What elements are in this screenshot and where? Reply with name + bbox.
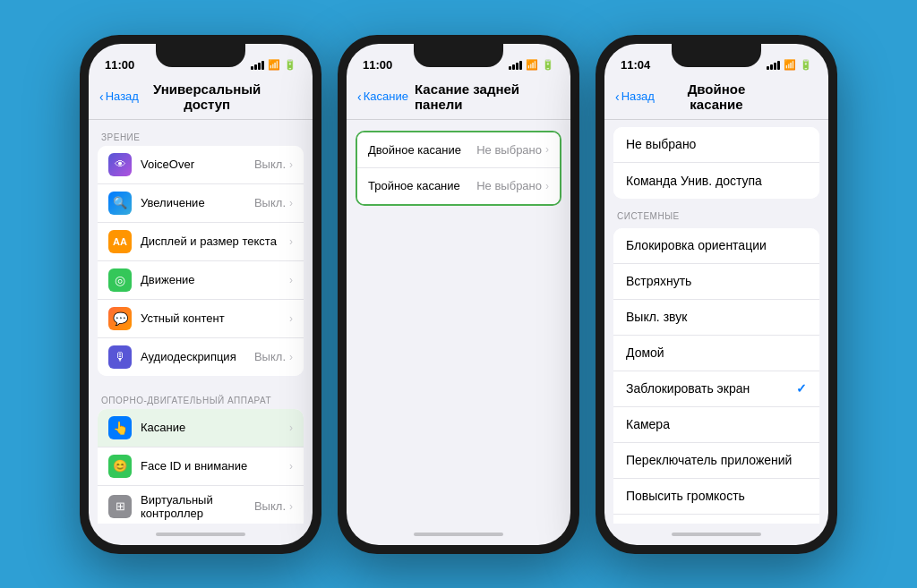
triple-tap-item[interactable]: Тройное касание Не выбрано › bbox=[357, 168, 560, 204]
item-label: Face ID и внимание bbox=[141, 459, 289, 473]
shake-item[interactable]: Встряхнуть bbox=[613, 264, 819, 300]
double-tap-item[interactable]: Двойное касание Не выбрано › bbox=[357, 132, 560, 168]
signal-bars-3 bbox=[767, 61, 780, 70]
signal-bars-1 bbox=[251, 61, 264, 70]
list-group-vision: 👁 VoiceOver Выкл. › 🔍 Увеличение Выкл. ›… bbox=[98, 146, 304, 376]
zoom-icon: 🔍 bbox=[108, 192, 132, 215]
lock-screen-item[interactable]: Заблокировать экран ✓ bbox=[613, 371, 819, 407]
access-command-item[interactable]: Команда Унив. доступа bbox=[613, 163, 819, 199]
back-label-2: Касание bbox=[364, 89, 408, 103]
status-time-3: 11:04 bbox=[621, 58, 650, 72]
list-item[interactable]: 🔍 Увеличение Выкл. › bbox=[98, 184, 304, 223]
mute-label: Выкл. звук bbox=[626, 310, 807, 324]
triple-tap-label: Тройное касание bbox=[368, 179, 476, 192]
triple-tap-value: Не выбрано bbox=[476, 179, 542, 192]
item-value: Выкл. bbox=[254, 158, 286, 171]
home-indicator-1 bbox=[89, 524, 313, 545]
item-value: Выкл. bbox=[254, 196, 286, 209]
wifi-icon-3: 📶 bbox=[784, 59, 796, 71]
home-indicator-3 bbox=[604, 524, 828, 545]
camera-item[interactable]: Камера bbox=[613, 407, 819, 443]
spoken-icon: 💬 bbox=[108, 307, 132, 330]
home-indicator-2 bbox=[347, 524, 570, 545]
phones-container: 11:00 📶 🔋 ‹ Назад У bbox=[62, 17, 855, 572]
nav-title-3: Двойное касание bbox=[669, 81, 764, 112]
checkmark-icon: ✓ bbox=[796, 381, 807, 396]
battery-icon-1: 🔋 bbox=[284, 59, 296, 71]
item-label: Дисплей и размер текста bbox=[141, 234, 289, 248]
double-tap-value: Не выбрано bbox=[476, 143, 542, 157]
item-label: Виртуальный контроллер bbox=[141, 493, 254, 520]
touch-icon: 👆 bbox=[108, 416, 132, 439]
back-label-3: Назад bbox=[621, 89, 655, 103]
volume-up-label: Повысить громкость bbox=[626, 489, 807, 503]
not-selected-item[interactable]: Не выбрано bbox=[613, 127, 819, 163]
chevron-icon: › bbox=[289, 312, 293, 325]
nav-bar-1: ‹ Назад Универсальный доступ bbox=[89, 80, 313, 120]
status-time-1: 11:00 bbox=[105, 58, 134, 72]
phone-3: 11:04 📶 🔋 ‹ Назад Д bbox=[596, 35, 837, 554]
lock-screen-label: Заблокировать экран bbox=[626, 381, 793, 396]
camera-label: Камера bbox=[626, 417, 807, 431]
chevron-icon: › bbox=[289, 197, 293, 209]
battery-icon-2: 🔋 bbox=[542, 59, 554, 71]
list-group-tap: Двойное касание Не выбрано › Тройное кас… bbox=[356, 131, 561, 206]
content-3: Не выбрано Команда Унив. доступа СИСТЕМН… bbox=[604, 120, 828, 524]
battery-icon-3: 🔋 bbox=[800, 59, 812, 71]
item-label: Увеличение bbox=[141, 196, 254, 209]
content-1: ЗРЕНИЕ 👁 VoiceOver Выкл. › 🔍 Увеличение … bbox=[89, 120, 313, 524]
not-selected-label: Не выбрано bbox=[626, 137, 807, 151]
phone-2: 11:00 📶 🔋 ‹ Касание bbox=[338, 35, 579, 554]
screen-1: 11:00 📶 🔋 ‹ Назад У bbox=[89, 44, 313, 545]
back-button-3[interactable]: ‹ Назад bbox=[615, 89, 669, 104]
back-chevron-3: ‹ bbox=[615, 89, 620, 104]
voiceover-icon: 👁 bbox=[108, 153, 132, 176]
double-tap-label: Двойное касание bbox=[368, 143, 476, 157]
chevron-icon: › bbox=[289, 460, 293, 473]
app-switcher-label: Переключатель приложений bbox=[626, 453, 807, 467]
list-item[interactable]: AA Дисплей и размер текста › bbox=[98, 223, 304, 261]
back-button-2[interactable]: ‹ Касание bbox=[357, 89, 411, 104]
chevron-icon: › bbox=[545, 143, 549, 156]
nav-bar-3: ‹ Назад Двойное касание bbox=[604, 80, 828, 120]
section-header-system: СИСТЕМНЫЕ bbox=[604, 199, 828, 225]
home-item[interactable]: Домой bbox=[613, 336, 819, 371]
volume-up-item[interactable]: Повысить громкость bbox=[613, 479, 819, 515]
list-item[interactable]: 👁 VoiceOver Выкл. › bbox=[98, 146, 304, 184]
list-item[interactable]: ⊞ Виртуальный контроллер Выкл. › bbox=[98, 486, 304, 524]
list-group-system: Блокировка ориентации Встряхнуть Выкл. з… bbox=[613, 228, 819, 524]
list-item[interactable]: 🎙 Аудиодескрипция Выкл. › bbox=[98, 338, 304, 376]
wifi-icon-2: 📶 bbox=[526, 59, 538, 71]
item-label: Касание bbox=[141, 421, 289, 434]
back-chevron-1: ‹ bbox=[99, 89, 104, 104]
home-label: Домой bbox=[626, 345, 807, 360]
access-command-label: Команда Унив. доступа bbox=[626, 174, 807, 188]
nav-title-2: Касание задней панели bbox=[415, 81, 560, 112]
item-label: VoiceOver bbox=[141, 158, 254, 171]
item-label: Аудиодескрипция bbox=[141, 350, 254, 363]
chevron-icon: › bbox=[289, 422, 293, 434]
control-center-item[interactable]: Пункт управления bbox=[613, 515, 819, 524]
app-switcher-item[interactable]: Переключатель приложений bbox=[613, 443, 819, 479]
wifi-icon-1: 📶 bbox=[268, 59, 280, 71]
audio-icon: 🎙 bbox=[108, 345, 132, 369]
back-label-1: Назад bbox=[106, 89, 139, 103]
list-item[interactable]: 💬 Устный контент › bbox=[98, 300, 304, 338]
item-label: Устный контент bbox=[141, 311, 289, 325]
orientation-lock-label: Блокировка ориентации bbox=[626, 238, 807, 252]
shake-label: Встряхнуть bbox=[626, 274, 807, 288]
chevron-icon: › bbox=[289, 500, 293, 513]
list-item[interactable]: 😊 Face ID и внимание › bbox=[98, 447, 304, 486]
list-item[interactable]: ◎ Движение › bbox=[98, 261, 304, 300]
chevron-icon: › bbox=[289, 351, 293, 363]
mute-item[interactable]: Выкл. звук bbox=[613, 300, 819, 336]
screen-2: 11:00 📶 🔋 ‹ Касание bbox=[347, 44, 570, 545]
back-button-1[interactable]: ‹ Назад bbox=[99, 89, 153, 104]
orientation-lock-item[interactable]: Блокировка ориентации bbox=[613, 228, 819, 264]
chevron-icon: › bbox=[289, 235, 293, 248]
status-icons-3: 📶 🔋 bbox=[767, 59, 812, 71]
chevron-icon: › bbox=[289, 158, 293, 171]
item-value: Выкл. bbox=[254, 499, 286, 513]
touch-item[interactable]: 👆 Касание › bbox=[98, 409, 304, 447]
item-label: Движение bbox=[141, 273, 289, 286]
